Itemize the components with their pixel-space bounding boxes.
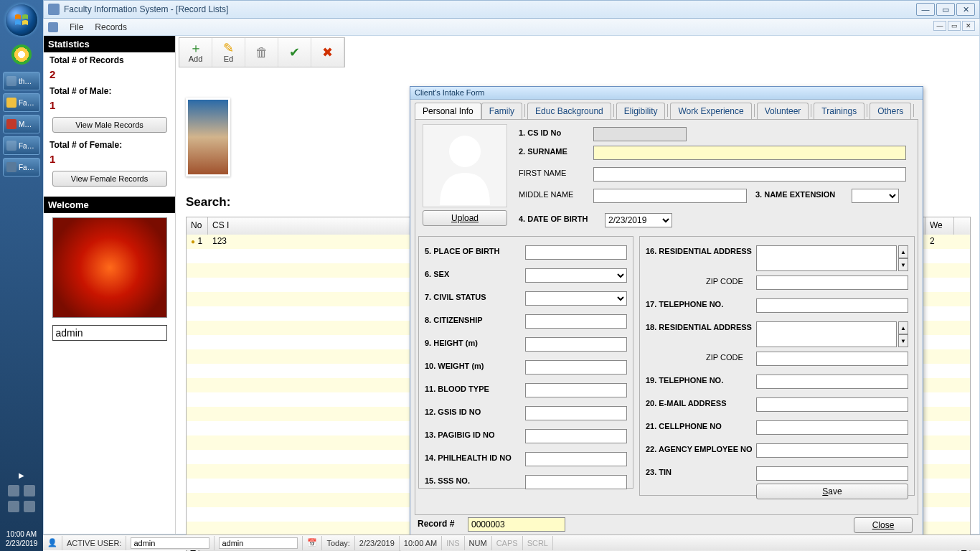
total-male-label: Total # of Male: — [50, 86, 169, 96]
label-middlename: MIDDLE NAME — [519, 190, 573, 199]
start-button[interactable] — [6, 4, 37, 36]
upload-button[interactable]: Upload — [423, 210, 507, 226]
tab-others[interactable]: Others — [870, 103, 911, 119]
tel2-input[interactable] — [756, 375, 908, 389]
task-item-1[interactable]: th… — [3, 72, 40, 90]
res1-down-icon[interactable]: ▼ — [898, 258, 908, 271]
res2-textarea[interactable] — [756, 321, 897, 347]
num-indicator: NUM — [465, 536, 492, 550]
nameext-select[interactable] — [852, 189, 899, 203]
citizen-input[interactable] — [525, 314, 627, 329]
tab-volunteer[interactable]: Volunteer — [757, 103, 809, 119]
taskbar-clock[interactable]: 10:00 AM 2/23/2019 — [0, 529, 43, 548]
active-user-label: ACTIVE USER: — [62, 536, 126, 550]
task-item-2[interactable]: Fa… — [3, 93, 40, 112]
volume-icon[interactable] — [24, 485, 35, 496]
task-label: th… — [19, 77, 32, 85]
maximize-button[interactable]: ▭ — [936, 3, 955, 16]
zip2-input[interactable] — [756, 352, 908, 366]
pagibig-input[interactable] — [525, 429, 627, 443]
weight-input[interactable] — [525, 360, 627, 375]
tab-personal-info[interactable]: Personal Info — [415, 103, 481, 119]
sss-input[interactable] — [525, 475, 627, 489]
sex-select[interactable] — [525, 268, 627, 283]
save-button[interactable]: Save — [756, 484, 908, 499]
gsis-input[interactable] — [525, 406, 627, 420]
blood-input[interactable] — [525, 383, 627, 397]
accept-button[interactable]: ✔ — [278, 38, 311, 67]
philhealth-input[interactable] — [525, 452, 627, 466]
label-blood: 11. BLOOD TYPE — [425, 385, 489, 393]
menu-records[interactable]: Records — [95, 22, 127, 32]
mdi-minimize[interactable]: — — [933, 21, 946, 31]
label-res1: 16. RESIDENTIAL ADDRESS — [646, 247, 752, 255]
surname-input[interactable] — [593, 146, 906, 160]
today-date: 2/23/2019 — [355, 536, 400, 550]
tel1-input[interactable] — [756, 298, 908, 313]
photo-placeholder — [423, 124, 507, 207]
mdi-restore[interactable]: ▭ — [948, 21, 961, 31]
height-input[interactable] — [525, 337, 627, 352]
res1-textarea[interactable] — [756, 245, 897, 271]
menu-file[interactable]: File — [70, 22, 83, 32]
agency-input[interactable] — [756, 443, 908, 458]
active-user-2[interactable] — [219, 537, 298, 549]
view-female-button[interactable]: View Female Records — [52, 171, 167, 187]
label-zip1: ZIP CODE — [706, 277, 743, 286]
tray-icon[interactable] — [8, 485, 19, 496]
x-icon: ✖ — [322, 46, 333, 59]
label-agency: 22. AGENCY EMPLOYEE NO — [646, 445, 753, 453]
edit-button[interactable]: ✎Ed — [212, 38, 245, 67]
record-input[interactable] — [468, 517, 565, 532]
mdi-close[interactable]: ✕ — [962, 21, 975, 31]
details-box-left: 5. PLACE OF BIRTH 6. SEX 7. CIVIL STATUS… — [418, 236, 633, 489]
task-item-3[interactable]: M… — [3, 115, 40, 133]
res1-up-icon[interactable]: ▲ — [898, 245, 908, 258]
civil-select[interactable] — [525, 291, 627, 306]
view-male-button[interactable]: View Male Records — [52, 117, 167, 133]
delete-button[interactable]: 🗑 — [245, 38, 278, 67]
total-records-value: 2 — [50, 68, 169, 80]
close-button[interactable]: Close — [854, 517, 913, 533]
task-item-5[interactable]: Fa… — [3, 158, 40, 176]
task-item-4[interactable]: Fa… — [3, 136, 40, 155]
pob-input[interactable] — [525, 245, 627, 260]
csid-input[interactable] — [593, 127, 687, 141]
label-cell: 21. CELLPHONE NO — [646, 422, 722, 430]
app-icon-small — [48, 22, 58, 32]
tab-eligibility[interactable]: Eligibility — [616, 103, 666, 119]
tab-educ[interactable]: Educ Background — [527, 103, 611, 119]
middlename-input[interactable] — [593, 189, 747, 203]
trash-icon: 🗑 — [255, 46, 268, 59]
email-input[interactable] — [756, 397, 908, 412]
tray-expand-icon[interactable]: ▶ — [19, 471, 24, 479]
dob-select[interactable]: 2/23/2019 — [605, 213, 672, 227]
col-weight[interactable]: We — [925, 217, 954, 235]
task-chrome[interactable] — [7, 40, 36, 69]
label-sex: 6. SEX — [425, 270, 449, 278]
record-label: Record # — [418, 519, 454, 529]
task-label: Fa… — [19, 142, 34, 150]
add-button[interactable]: ＋Add — [179, 38, 212, 67]
tab-work[interactable]: Work Experience — [670, 103, 751, 119]
tab-family[interactable]: Family — [481, 103, 522, 119]
zip1-input[interactable] — [756, 276, 908, 290]
tin-input[interactable] — [756, 466, 908, 481]
admin-box: admin — [52, 325, 167, 341]
minimize-button[interactable]: — — [916, 3, 935, 16]
check-icon: ✔ — [289, 46, 300, 59]
action-center-icon[interactable] — [8, 501, 19, 512]
active-user-1[interactable] — [131, 537, 209, 549]
cancel-button[interactable]: ✖ — [311, 38, 344, 67]
res2-down-icon[interactable]: ▼ — [898, 334, 908, 347]
network-icon[interactable] — [24, 501, 35, 512]
label-surname: 2. SURNAME — [519, 147, 567, 156]
tab-trainings[interactable]: Trainings — [814, 103, 864, 119]
close-button[interactable]: ✕ — [956, 3, 975, 16]
firstname-input[interactable] — [593, 167, 906, 182]
cell-input[interactable] — [756, 420, 908, 435]
col-no[interactable]: No — [187, 217, 208, 235]
res2-up-icon[interactable]: ▲ — [898, 321, 908, 334]
label-nameext: 3. NAME EXTENSION — [755, 190, 835, 199]
task-label: Fa… — [19, 164, 34, 171]
